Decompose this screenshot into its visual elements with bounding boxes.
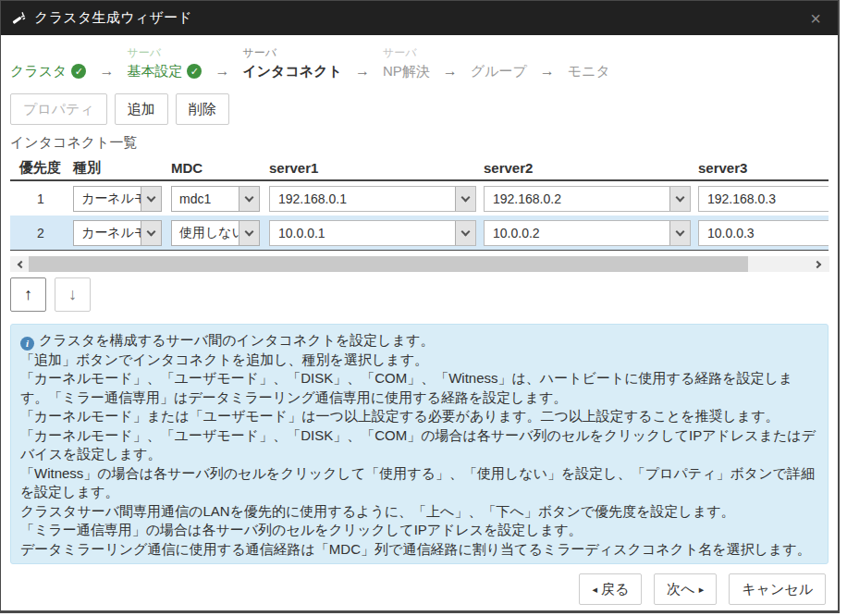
arrow-right-icon: → [540, 61, 555, 81]
type-select-value: カーネルモ [74, 225, 141, 241]
type-select[interactable]: カーネルモ [73, 220, 162, 246]
type-select[interactable]: カーネルモ [73, 186, 162, 212]
step-label: グループ [471, 61, 527, 81]
interconnect-list-caption: インタコネクト一覧 [10, 134, 829, 152]
step-label: 基本設定 [127, 61, 182, 81]
move-down-button[interactable]: ↓ [55, 277, 91, 312]
add-button[interactable]: 追加 [115, 93, 168, 125]
step-sublabel: サーバ [127, 44, 202, 61]
server1-combobox[interactable]: 192.168.0.1 [269, 186, 476, 212]
priority-order-buttons: ↑ ↓ [10, 277, 829, 312]
mdc-select[interactable]: 使用しない [171, 220, 260, 246]
server3-value: 192.168.0.3 [699, 191, 829, 206]
step-label: クラスタ [10, 61, 67, 81]
cancel-button[interactable]: キャンセル [729, 573, 826, 605]
dialog-title: クラスタ生成ウィザード [34, 9, 192, 27]
arrow-right-icon: → [99, 61, 114, 81]
table-header-row: 優先度 種別 MDC server1 server2 server3 [10, 155, 829, 181]
mdc-select-value: mdc1 [172, 191, 239, 206]
info-line: データミラーリング通信に使用する通信経路は「MDC」列で通信経路に割り当てるミラ… [20, 540, 818, 560]
step-label: モニタ [568, 61, 610, 81]
priority-cell: 2 [10, 226, 71, 240]
header-server1: server1 [265, 160, 480, 176]
info-line: 「ミラー通信専用」の場合は各サーバ列のセルをクリックしてIPアドレスを設定します… [20, 521, 818, 540]
step-interconnect: サーバ インタコネクト [242, 44, 341, 81]
arrow-right-icon: → [355, 61, 370, 81]
table-row[interactable]: 2 カーネルモ 使用しない 10.0.0.1 [10, 216, 829, 250]
info-line: クラスタサーバ間専用通信のLANを優先的に使用するように、「上へ」、「下へ」ボタ… [20, 502, 818, 522]
wizard-wand-icon [12, 11, 27, 26]
chevron-down-icon[interactable] [141, 221, 161, 245]
chevron-down-icon[interactable] [669, 187, 690, 211]
info-line: 「Witness」の場合は各サーバ列のセルをクリックして「使用する」、「使用しな… [20, 464, 818, 502]
step-cluster: クラスタ✓ [10, 44, 86, 81]
title-bar: クラスタ生成ウィザード × [1, 1, 838, 35]
scroll-left-icon[interactable] [10, 256, 29, 272]
header-mdc: MDC [169, 160, 265, 176]
header-server2: server2 [480, 160, 694, 176]
server1-combobox[interactable]: 10.0.0.1 [269, 220, 476, 246]
server2-value: 10.0.0.2 [485, 226, 669, 240]
chevron-down-icon[interactable] [239, 187, 259, 211]
chevron-down-icon[interactable] [455, 187, 475, 211]
step-group: グループ [471, 44, 527, 81]
step-sublabel: サーバ [383, 44, 430, 61]
info-line: iクラスタを構成するサーバ間のインタコネクトを設定します。 [20, 331, 818, 351]
back-arrow-icon: ◂ [592, 584, 597, 596]
header-priority: 優先度 [10, 159, 71, 177]
server1-value: 10.0.0.1 [270, 226, 455, 240]
down-arrow-icon: ↓ [68, 285, 77, 304]
step-sublabel [471, 44, 527, 61]
scroll-right-icon[interactable] [809, 256, 828, 272]
scrollbar-thumb[interactable] [29, 256, 748, 272]
step-sublabel [10, 44, 86, 61]
server3-combobox[interactable]: 10.0.0.3 [698, 220, 829, 246]
header-type: 種別 [71, 159, 169, 177]
server1-value: 192.168.0.1 [270, 191, 455, 206]
up-arrow-icon: ↑ [24, 285, 32, 304]
remove-button[interactable]: 削除 [176, 93, 229, 125]
chevron-down-icon[interactable] [669, 221, 690, 245]
priority-cell: 1 [10, 191, 71, 206]
step-label: インタコネクト [242, 61, 341, 81]
chevron-down-icon[interactable] [141, 187, 161, 211]
check-circle-icon: ✓ [71, 64, 86, 79]
help-info-box: iクラスタを構成するサーバ間のインタコネクトを設定します。 「追加」ボタンでイン… [10, 324, 829, 564]
wizard-steps: クラスタ✓ → サーバ 基本設定✓ → サーバ インタコネクト → サーバ NP… [10, 44, 829, 81]
header-server3: server3 [694, 160, 829, 176]
next-button[interactable]: 次へ▸ [654, 573, 717, 605]
back-button[interactable]: ◂戻る [579, 573, 642, 605]
info-line: 「カーネルモード」または「ユーザモード」は一つ以上設定する必要があります。二つ以… [20, 407, 818, 426]
footer-buttons: ◂戻る 次へ▸ キャンセル [10, 573, 829, 605]
mdc-select[interactable]: mdc1 [171, 186, 260, 212]
mdc-select-value: 使用しない [172, 225, 239, 241]
property-button[interactable]: プロパティ [10, 93, 107, 125]
info-line: 「カーネルモード」、「ユーザモード」、「DISK」、「COM」、「Witness… [20, 369, 818, 407]
arrow-right-icon: → [215, 61, 229, 81]
step-label: NP解決 [383, 61, 430, 81]
close-icon[interactable]: × [804, 9, 827, 28]
info-line: 「追加」ボタンでインタコネクトを追加し、種別を選択します。 [20, 351, 818, 370]
toolbar: プロパティ 追加 削除 [10, 93, 829, 125]
step-np-resolution: サーバ NP解決 [383, 44, 430, 81]
move-up-button[interactable]: ↑ [10, 277, 46, 312]
info-circle-icon: i [20, 337, 34, 351]
server2-value: 192.168.0.2 [485, 191, 669, 206]
step-sublabel [568, 44, 610, 61]
cluster-wizard-dialog: クラスタ生成ウィザード × クラスタ✓ → サーバ 基本設定✓ → サーバ イン… [0, 0, 840, 613]
chevron-down-icon[interactable] [239, 221, 259, 245]
chevron-down-icon[interactable] [455, 221, 475, 245]
check-circle-icon: ✓ [187, 64, 202, 79]
server3-combobox[interactable]: 192.168.0.3 [698, 186, 829, 212]
type-select-value: カーネルモ [74, 191, 141, 207]
horizontal-scrollbar[interactable] [10, 256, 829, 272]
step-monitor: モニタ [568, 44, 610, 81]
arrow-right-icon: → [443, 61, 458, 81]
step-basic-settings: サーバ 基本設定✓ [127, 44, 202, 81]
table-row[interactable]: 1 カーネルモ mdc1 192.168.0.1 [10, 181, 829, 216]
info-line: 「カーネルモード」、「ユーザモード」、「DISK」、「COM」の場合は各サーバ列… [20, 426, 818, 464]
next-arrow-icon: ▸ [699, 584, 705, 596]
server3-value: 10.0.0.3 [699, 226, 829, 240]
server2-combobox[interactable]: 10.0.0.2 [484, 220, 691, 246]
server2-combobox[interactable]: 192.168.0.2 [484, 186, 691, 212]
